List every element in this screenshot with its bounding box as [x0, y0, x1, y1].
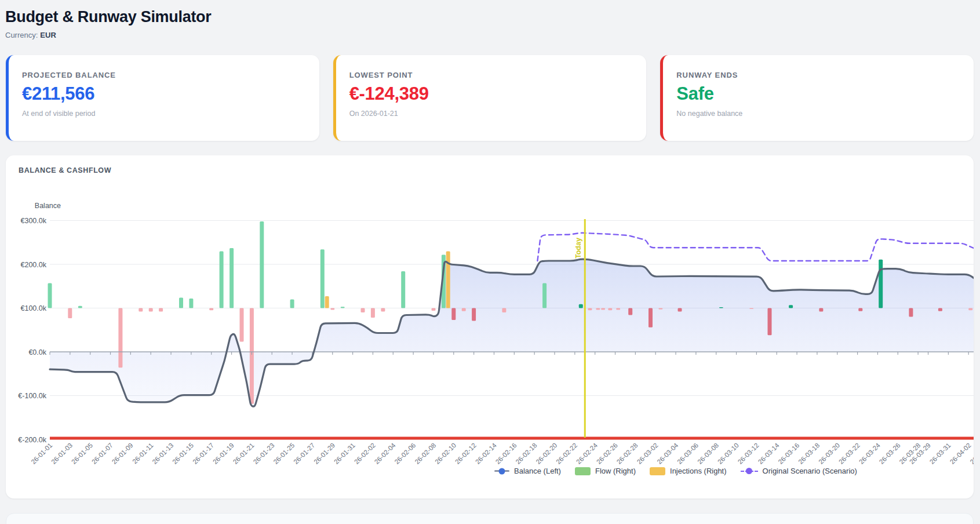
x-tick-label: 26-03-10: [716, 442, 740, 465]
projected-balance-card: PROJECTED BALANCE €211,566 At end of vis…: [6, 55, 319, 141]
flow-bar: [608, 308, 612, 311]
flow-bar: [649, 308, 653, 328]
x-tick-label: 26-01-29: [312, 442, 336, 465]
cashflow-chart: Today€300.0k€200.0k€100.0k€0.0k€-100.0k€…: [6, 191, 974, 472]
flow-bar: [432, 308, 436, 311]
scenario-line: [537, 233, 974, 261]
y-tick-label: €300.0k: [21, 217, 47, 225]
x-tick-label: 26-01-25: [272, 442, 296, 465]
x-tick-label: 26-03-08: [696, 442, 720, 465]
card-label: LOWEST POINT: [349, 71, 647, 79]
legend-label: Original Scenario (Scenario): [763, 467, 857, 475]
x-tick-label: 26-02-24: [575, 442, 599, 465]
x-tick-label: 26-02-08: [413, 442, 437, 465]
x-tick-label: 26-03-12: [737, 442, 760, 465]
stat-cards-row: PROJECTED BALANCE €211,566 At end of vis…: [6, 55, 974, 141]
currency-value: EUR: [40, 31, 56, 39]
x-tick-label: 26-01-03: [50, 442, 74, 465]
card-subtext: On 2026-01-21: [349, 110, 647, 118]
flow-bar: [628, 308, 632, 315]
legend-item-flow[interactable]: Flow (Right): [575, 467, 636, 475]
x-tick-label: 26-01-15: [171, 442, 195, 465]
flow-bar: [616, 308, 620, 310]
flow-bar: [341, 307, 345, 308]
flow-bar: [401, 271, 405, 308]
x-tick-label: 26-01-11: [131, 442, 154, 465]
legend-item-injections[interactable]: Injections (Right): [650, 467, 727, 475]
flow-bar: [858, 308, 862, 311]
x-tick-label: 26-03-16: [777, 442, 800, 465]
injection-bar: [325, 296, 329, 308]
x-tick-label: 26-02-26: [595, 442, 619, 465]
card-label: PROJECTED BALANCE: [22, 71, 319, 79]
flow-bar: [139, 308, 143, 312]
legend-label: Flow (Right): [595, 467, 636, 475]
balance-cashflow-card: BALANCE & CASHFLOW Today€300.0k€200.0k€1…: [6, 155, 974, 498]
balance-legend-marker-icon: [494, 470, 509, 472]
legend-item-original-scenario[interactable]: Original Scenario (Scenario): [741, 467, 857, 475]
x-tick-label: 26-02-12: [454, 442, 478, 465]
x-tick-label: 26-01-05: [70, 442, 94, 465]
card-value: €-124,389: [349, 83, 647, 104]
flow-bar: [330, 308, 334, 310]
flow-bar: [909, 308, 913, 317]
x-tick-label: 26-03-24: [858, 442, 881, 465]
x-tick-label: 26-02-20: [534, 442, 558, 465]
next-section-card-partial: [6, 513, 974, 524]
flow-bar: [159, 308, 163, 312]
flow-bar: [588, 308, 592, 311]
x-tick-label: 26-02-02: [353, 442, 377, 465]
flow-bar: [719, 307, 723, 308]
card-subtext: At end of visible period: [22, 110, 319, 118]
today-label: Today: [574, 238, 582, 259]
flow-bar: [502, 308, 506, 313]
runway-ends-card: RUNWAY ENDS Safe No negative balance: [660, 55, 974, 141]
scenario-legend-marker-icon: [741, 471, 758, 472]
flow-bar: [938, 308, 942, 311]
x-tick-label: 26-01-17: [191, 442, 215, 465]
y-tick-label: €200.0k: [21, 261, 47, 269]
chart-title: BALANCE & CASHFLOW: [19, 166, 111, 174]
y-tick-label: €-200.0k: [18, 436, 46, 444]
lowest-point-card: LOWEST POINT €-124,389 On 2026-01-21: [333, 55, 647, 141]
flow-bar: [658, 308, 662, 310]
chart-legend: Balance (Left) Flow (Right) Injections (…: [494, 467, 857, 475]
x-tick-label: 26-04-02: [949, 442, 972, 465]
flow-bar: [250, 308, 254, 404]
flow-bar: [209, 308, 213, 311]
flow-bar: [118, 308, 122, 368]
x-tick-label: 26-02-04: [373, 442, 397, 465]
x-tick-label: 26-03-02: [636, 442, 660, 465]
x-tick-label: 26-03-04: [655, 442, 679, 465]
flow-bar: [542, 283, 547, 308]
flow-bar: [220, 251, 224, 308]
flow-bar: [149, 308, 153, 312]
x-tick-label: 26-01-31: [333, 442, 356, 465]
flow-bar: [579, 304, 583, 308]
x-tick-label: 26-01-23: [252, 442, 276, 465]
legend-label: Balance (Left): [514, 467, 561, 475]
flow-bar: [819, 308, 823, 312]
legend-item-balance[interactable]: Balance (Left): [494, 467, 561, 475]
legend-label: Injections (Right): [670, 467, 727, 475]
x-tick-label: 26-01-19: [212, 442, 235, 465]
flow-bar: [879, 260, 883, 308]
x-tick-label: 26-01-07: [90, 442, 114, 465]
flow-bar: [179, 297, 183, 308]
x-tick-label: 26-01-21: [232, 442, 256, 465]
x-tick-label: 26-01-13: [151, 442, 174, 465]
page-header: Budget & Runway Simulator Currency:EUR: [5, 8, 212, 39]
y-tick-label: €0.0k: [28, 348, 46, 356]
flow-bar: [229, 248, 234, 308]
flow-bar: [371, 308, 375, 318]
flow-bar: [601, 308, 605, 310]
injection-bar: [446, 251, 450, 308]
flow-bar: [48, 283, 52, 308]
x-tick-label: 26-01-27: [292, 442, 316, 465]
flow-bar: [240, 308, 244, 342]
x-tick-label: 26-03-26: [878, 442, 902, 465]
flow-bar: [381, 308, 385, 312]
x-tick-label: 26-02-18: [515, 442, 538, 465]
page-title: Budget & Runway Simulator: [5, 8, 212, 26]
x-tick-label: 26-03-31: [928, 442, 952, 465]
